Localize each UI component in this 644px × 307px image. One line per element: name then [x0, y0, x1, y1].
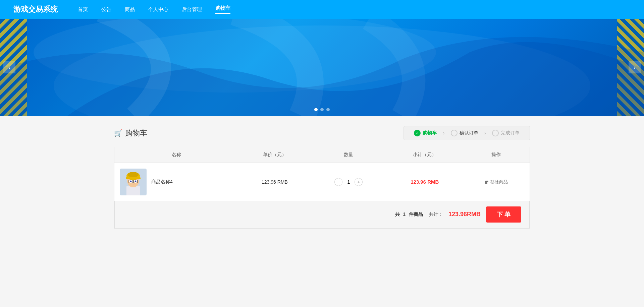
navbar-logo: 游戏交易系统 — [13, 4, 58, 14]
step-arrow-2: › — [484, 130, 486, 136]
banner: ‹ › — [0, 19, 644, 116]
svg-rect-8 — [126, 177, 141, 179]
nav-admin[interactable]: 后台管理 — [182, 6, 202, 13]
cart-title: 🛒 购物车 — [114, 128, 147, 138]
navbar-nav: 首页 公告 商品 个人中心 后台管理 购物车 — [78, 5, 230, 14]
steps-bar: ✓ 购物车 › 确认订单 › 完成订单 — [404, 126, 530, 140]
qty-control: − 1 + — [316, 178, 381, 186]
item-count: 共 1 件商品 — [394, 211, 424, 218]
svg-rect-3 — [126, 186, 140, 195]
cart-wrapper: 名称 单价（元） 数量 小计（元） 操作 — [114, 147, 530, 229]
product-cell: 商品名称4 — [114, 163, 239, 201]
cart-footer: 共 1 件商品 共计： 123.96RMB 下 单 — [114, 201, 530, 228]
qty-decrease-button[interactable]: − — [334, 178, 342, 186]
step-confirm: 确认订单 — [451, 130, 478, 136]
item-count-suffix: 件商品 — [409, 211, 423, 217]
svg-point-14 — [130, 180, 132, 182]
col-header-price: 单价（元） — [239, 147, 311, 163]
cart-table: 名称 单价（元） 数量 小计（元） 操作 — [114, 147, 530, 201]
product-cell-inner: 商品名称4 — [120, 169, 233, 195]
remove-label: 移除商品 — [490, 179, 508, 185]
place-order-button[interactable]: 下 单 — [486, 206, 521, 223]
step-cart-label: 购物车 — [423, 130, 437, 136]
banner-dot-1[interactable] — [314, 108, 318, 111]
product-image — [120, 169, 147, 195]
action-cell: 🗑 移除商品 — [463, 163, 530, 201]
trash-icon: 🗑 — [484, 179, 489, 185]
main-content: 🛒 购物车 ✓ 购物车 › 确认订单 › 完成订单 — [107, 116, 537, 242]
qty-cell: − 1 + — [311, 163, 387, 201]
cart-icon: 🛒 — [114, 129, 122, 137]
product-price: 123.96 RMB — [239, 163, 311, 201]
banner-dot-2[interactable] — [320, 108, 324, 111]
cart-title-text: 购物车 — [125, 128, 147, 138]
col-header-qty: 数量 — [311, 147, 387, 163]
step-complete-icon — [492, 130, 499, 136]
step-complete-label: 完成订单 — [501, 130, 520, 136]
total-value: 123.96RMB — [448, 211, 481, 218]
svg-point-7 — [128, 172, 139, 177]
step-arrow-1: › — [443, 130, 444, 136]
col-header-name: 名称 — [114, 147, 239, 163]
step-cart: ✓ 购物车 — [414, 130, 437, 136]
product-subtotal: 123.96 RMB — [387, 163, 463, 201]
item-count-value: 1 — [403, 211, 406, 217]
col-header-action: 操作 — [463, 147, 530, 163]
cart-header-row: 🛒 购物车 ✓ 购物车 › 确认订单 › 完成订单 — [114, 126, 530, 140]
table-header-row: 名称 单价（元） 数量 小计（元） 操作 — [114, 147, 530, 163]
nav-products[interactable]: 商品 — [125, 6, 135, 13]
banner-waves — [0, 19, 644, 116]
step-confirm-label: 确认订单 — [460, 130, 478, 136]
step-confirm-icon — [451, 130, 458, 136]
step-cart-icon: ✓ — [414, 130, 421, 136]
svg-point-15 — [135, 180, 137, 182]
nav-home[interactable]: 首页 — [78, 6, 88, 13]
qty-value: 1 — [345, 179, 352, 185]
banner-dots — [314, 108, 330, 111]
banner-prev-button[interactable]: ‹ — [3, 61, 15, 73]
table-row: 商品名称4 123.96 RMB − 1 + 123.96 RMB — [114, 163, 530, 201]
nav-announcement[interactable]: 公告 — [101, 6, 111, 13]
remove-item-button[interactable]: 🗑 移除商品 — [484, 179, 508, 185]
col-header-subtotal: 小计（元） — [387, 147, 463, 163]
banner-dot-3[interactable] — [326, 108, 330, 111]
navbar: 游戏交易系统 首页 公告 商品 个人中心 后台管理 购物车 — [0, 0, 644, 19]
nav-cart[interactable]: 购物车 — [215, 5, 230, 14]
step-complete: 完成订单 — [492, 130, 520, 136]
item-count-prefix: 共 — [395, 211, 400, 217]
banner-next-button[interactable]: › — [629, 61, 641, 73]
qty-increase-button[interactable]: + — [355, 178, 363, 186]
total-label: 共计： — [429, 211, 443, 218]
product-name: 商品名称4 — [151, 179, 173, 185]
nav-profile[interactable]: 个人中心 — [148, 6, 168, 13]
